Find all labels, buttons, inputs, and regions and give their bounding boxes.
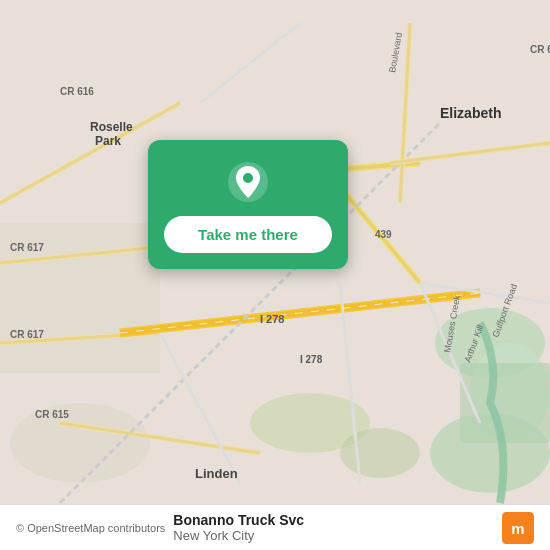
- location-name: Bonanno Truck Svc: [173, 512, 304, 528]
- svg-text:I 278: I 278: [300, 354, 323, 365]
- svg-text:Linden: Linden: [195, 466, 238, 481]
- svg-text:CR 617: CR 617: [10, 242, 44, 253]
- svg-text:Park: Park: [95, 134, 121, 148]
- svg-text:439: 439: [375, 229, 392, 240]
- svg-text:CR 623: CR 623: [530, 44, 550, 55]
- svg-point-52: [243, 173, 253, 183]
- map-svg: CR 616 CR 617 CR 617 CR 615 CR 623 NJ 28…: [0, 0, 550, 550]
- bottom-bar: © OpenStreetMap contributors Bonanno Tru…: [0, 504, 550, 550]
- svg-point-6: [10, 403, 150, 483]
- svg-text:CR 617: CR 617: [10, 329, 44, 340]
- svg-text:CR 616: CR 616: [60, 86, 94, 97]
- location-pin-icon: [226, 160, 270, 204]
- location-card: Take me there: [148, 140, 348, 269]
- map-container: CR 616 CR 617 CR 617 CR 615 CR 623 NJ 28…: [0, 0, 550, 550]
- svg-text:I 278: I 278: [260, 313, 284, 325]
- take-me-there-button[interactable]: Take me there: [164, 216, 332, 253]
- svg-text:m: m: [511, 520, 524, 537]
- svg-point-8: [340, 428, 420, 478]
- moovit-logo-icon: m: [502, 512, 534, 544]
- svg-text:Roselle: Roselle: [90, 120, 133, 134]
- svg-text:CR 615: CR 615: [35, 409, 69, 420]
- attribution-area: © OpenStreetMap contributors: [16, 522, 165, 534]
- location-city: New York City: [173, 528, 254, 543]
- svg-text:Elizabeth: Elizabeth: [440, 105, 501, 121]
- svg-point-4: [430, 413, 550, 493]
- moovit-logo: m: [502, 512, 534, 544]
- osm-attribution: © OpenStreetMap contributors: [16, 522, 165, 534]
